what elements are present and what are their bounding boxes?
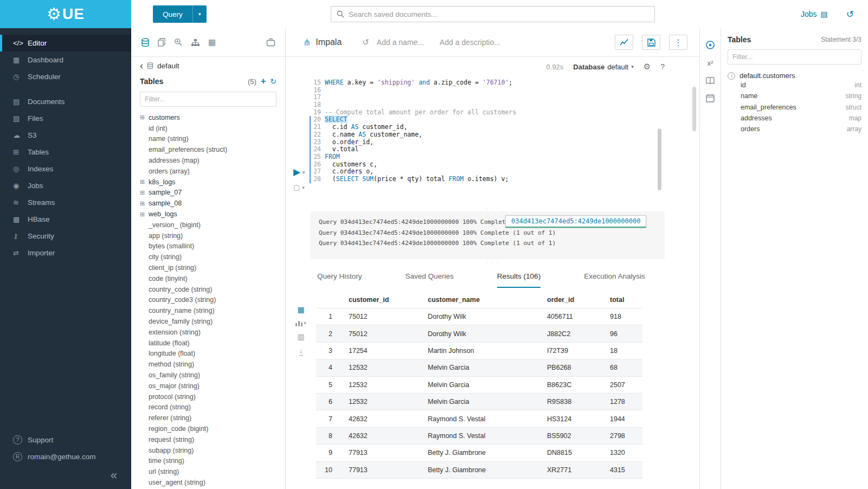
tables-filter-input[interactable]: [140, 92, 277, 107]
tree-item[interactable]: addresses (map): [131, 155, 285, 166]
chart-button[interactable]: [615, 35, 633, 50]
sidebar-item[interactable]: ▦ Dashboard: [0, 52, 131, 68]
tree-item[interactable]: name (string): [131, 134, 285, 145]
grid-view-icon[interactable]: ▦: [297, 305, 304, 314]
tree-item[interactable]: orders (array): [131, 166, 285, 177]
sidebar-collapse-button[interactable]: «: [111, 469, 117, 481]
tab[interactable]: Saved Queries: [406, 265, 454, 288]
breadcrumb-back-icon[interactable]: ‹: [140, 61, 143, 70]
tree-item[interactable]: email_preferences (struct): [131, 144, 285, 155]
workload-bag-icon[interactable]: [266, 38, 275, 47]
sidebar-item[interactable]: ▩ HBase: [0, 211, 131, 228]
assist-filter-input[interactable]: [728, 49, 861, 65]
query-name-input[interactable]: [377, 38, 432, 47]
table-row[interactable]: 5 12532 Melvin Garcia B8623C 2507: [316, 377, 642, 394]
tree-item[interactable]: region_code (bigint): [131, 423, 285, 434]
format-options-caret[interactable]: ▾: [302, 185, 305, 190]
new-query-dropdown[interactable]: ▾: [192, 5, 207, 23]
sidebar-item[interactable]: ◉ Jobs: [0, 177, 131, 194]
sidebar-item[interactable]: </> Editor: [0, 35, 131, 52]
table-row[interactable]: 6 12532 Melvin Garcia R9S838 1278: [316, 394, 642, 410]
tree-item[interactable]: app (string): [131, 230, 285, 241]
global-search[interactable]: [331, 6, 655, 22]
tree-item[interactable]: request (string): [131, 434, 285, 445]
info-icon[interactable]: i: [728, 72, 735, 80]
engine-selector[interactable]: ⋔ Impala: [303, 37, 342, 48]
query-history-toggle-icon[interactable]: ↺: [362, 37, 369, 47]
assist-column-row[interactable]: orders array: [728, 124, 861, 134]
sidebar-item-support[interactable]: ? Support: [0, 432, 131, 448]
sidebar-item[interactable]: ⇄ Importer: [0, 244, 131, 261]
tree-item[interactable]: city (string): [131, 252, 285, 262]
download-icon[interactable]: ↓: [299, 347, 303, 356]
tree-item[interactable]: ⊞ customers: [131, 112, 285, 123]
tree-item[interactable]: country_code3 (string): [131, 295, 285, 306]
search-zoom-icon[interactable]: [174, 38, 183, 47]
sidebar-item[interactable]: ⊞ Tables: [0, 144, 131, 160]
tree-item[interactable]: protocol (string): [131, 391, 285, 402]
table-row[interactable]: 1 75012 Dorothy Wilk 4056711 918: [316, 308, 642, 325]
tree-item[interactable]: os_family (string): [131, 370, 285, 381]
tree-item[interactable]: ⊞ sample_08: [131, 198, 285, 209]
tree-item[interactable]: ⊞ sample_07: [131, 188, 285, 198]
execute-button[interactable]: ▶: [293, 168, 300, 177]
tree-item[interactable]: client_ip (string): [131, 262, 285, 273]
sidebar-item[interactable]: ▤ Documents: [0, 93, 131, 110]
table-row[interactable]: 8 42632 Raymond S. Vestal BS5902 2798: [316, 428, 642, 445]
resize-handle[interactable]: · · ·: [286, 205, 699, 211]
execute-options-caret[interactable]: ▾: [303, 170, 305, 175]
assist-column-row[interactable]: addresses map: [728, 113, 861, 124]
chart-view-icon[interactable]: ▾: [295, 320, 306, 326]
sidebar-item[interactable]: ▧ Files: [0, 110, 131, 127]
hue-logo[interactable]: ⚙ UE: [0, 0, 131, 28]
new-query-button[interactable]: Query ▾: [153, 5, 207, 23]
search-input[interactable]: [349, 10, 649, 18]
table-row[interactable]: 7 42632 Raymond S. Vestal HS3124 1944: [316, 410, 642, 427]
tree-item[interactable]: method (string): [131, 359, 285, 370]
query-history-icon[interactable]: ↺: [846, 9, 854, 20]
breadcrumb-database-name[interactable]: default: [157, 62, 179, 70]
documentation-book-icon[interactable]: [706, 76, 715, 85]
tab[interactable]: Execution Analysis: [584, 265, 645, 288]
tree-item[interactable]: latitude (float): [131, 338, 285, 349]
database-dropdown[interactable]: Database default ▾: [573, 63, 633, 71]
main-scrollbar[interactable]: [692, 87, 696, 131]
assist-column-row[interactable]: id int: [728, 80, 861, 91]
assist-table-entry[interactable]: i default.customers: [728, 72, 861, 80]
more-actions-button[interactable]: ⋮: [669, 35, 687, 50]
sidebar-item[interactable]: ◎ Indexes: [0, 160, 131, 177]
help-icon[interactable]: ?: [660, 62, 665, 71]
sidebar-item-user[interactable]: R romain@gethue.com: [0, 448, 131, 465]
sitemap-icon[interactable]: [191, 38, 200, 47]
schedule-calendar-icon[interactable]: [706, 94, 715, 102]
tab[interactable]: Results (106): [497, 265, 541, 288]
tree-item[interactable]: time (string): [131, 456, 285, 467]
settings-gear-icon[interactable]: ⚙: [644, 62, 651, 72]
tab[interactable]: Query History: [317, 265, 362, 288]
tree-item[interactable]: device_family (string): [131, 316, 285, 327]
query-description-input[interactable]: [440, 38, 509, 47]
language-reference-icon[interactable]: [705, 40, 715, 50]
resize-handle[interactable]: · · ·: [286, 259, 699, 265]
tree-item[interactable]: ⊞ k8s_logs: [131, 177, 285, 188]
tree-item[interactable]: id (int): [131, 123, 285, 134]
query-id-popover[interactable]: 034d413ec7474ed5:4249de1000000000: [505, 215, 646, 228]
format-button[interactable]: ▢: [293, 183, 300, 191]
table-row[interactable]: 2 75012 Dorothy Wilk J882C2 96: [316, 325, 642, 342]
tree-item[interactable]: url (string): [131, 466, 285, 477]
assist-column-row[interactable]: email_preferences struct: [728, 102, 861, 113]
sql-code-editor[interactable]: 15 WHERE a.key = 'shipping' and a.zip_co…: [310, 79, 699, 205]
tree-item[interactable]: extension (string): [131, 327, 285, 338]
tree-item[interactable]: os_major (string): [131, 381, 285, 391]
columns-view-icon[interactable]: ▥: [297, 332, 304, 341]
sidebar-item[interactable]: ≋ Streams: [0, 194, 131, 211]
table-row[interactable]: 9 77913 Betty J. Giambrone DN8815 1320: [316, 445, 642, 461]
tree-item[interactable]: user_agent (string): [131, 477, 285, 488]
table-row[interactable]: 4 12532 Melvin Garcia PB6268 68: [316, 359, 642, 376]
editor-scrollbar[interactable]: [658, 128, 661, 190]
tree-item[interactable]: ⊞ web_logs: [131, 209, 285, 220]
tree-item[interactable]: longitude (float): [131, 349, 285, 359]
tree-item[interactable]: country_name (string): [131, 305, 285, 316]
tree-item[interactable]: bytes (smallint): [131, 241, 285, 252]
table-row[interactable]: 3 17254 Martin Johnson I72T39 18: [316, 343, 642, 359]
